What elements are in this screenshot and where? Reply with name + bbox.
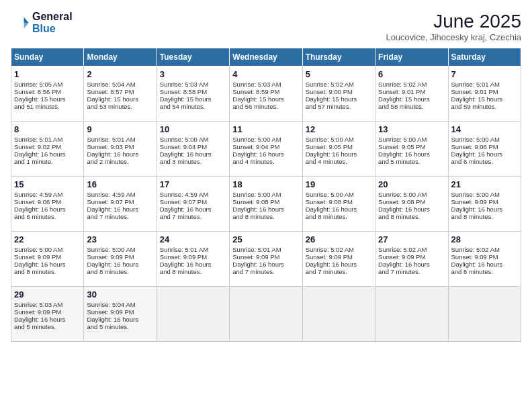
day-detail: Daylight: 16 hours [14, 150, 81, 158]
col-saturday: Saturday [448, 48, 521, 66]
day-detail: Sunrise: 5:02 AM [306, 81, 372, 88]
table-row: 13Sunrise: 5:00 AMSunset: 9:05 PMDayligh… [375, 122, 448, 177]
day-number: 15 [14, 179, 81, 189]
day-detail: and 53 minutes. [87, 103, 153, 110]
day-detail: Sunrise: 5:00 AM [451, 191, 518, 198]
day-detail: Daylight: 16 hours [378, 205, 445, 213]
day-detail: Sunrise: 5:01 AM [160, 246, 226, 253]
day-detail: Sunset: 8:58 PM [160, 88, 226, 95]
table-row: 22Sunrise: 5:00 AMSunset: 9:09 PMDayligh… [11, 232, 84, 287]
day-detail: Sunrise: 5:00 AM [451, 136, 518, 143]
day-detail: Daylight: 16 hours [87, 316, 153, 323]
table-row: 25Sunrise: 5:01 AMSunset: 9:09 PMDayligh… [230, 232, 302, 287]
day-detail: and 7 minutes. [232, 268, 299, 275]
location-subtitle: Loucovice, Jihocesky kraj, Czechia [386, 32, 521, 42]
title-area: June 2025 Loucovice, Jihocesky kraj, Cze… [386, 11, 521, 42]
day-detail: and 5 minutes. [378, 158, 445, 165]
day-detail: and 5 minutes. [87, 323, 153, 330]
day-number: 7 [451, 69, 518, 79]
table-row: 11Sunrise: 5:00 AMSunset: 9:04 PMDayligh… [230, 122, 302, 177]
day-number: 29 [14, 289, 81, 300]
table-row: 3Sunrise: 5:03 AMSunset: 8:58 PMDaylight… [157, 66, 229, 122]
day-detail: Sunrise: 5:00 AM [232, 191, 299, 198]
day-detail: Sunset: 9:09 PM [232, 253, 299, 261]
day-detail: Sunrise: 4:59 AM [87, 191, 153, 198]
day-detail: Sunset: 9:08 PM [378, 198, 445, 205]
day-number: 24 [160, 234, 226, 244]
day-detail: Sunset: 8:59 PM [232, 88, 299, 95]
day-detail: Sunrise: 5:00 AM [232, 136, 299, 143]
day-detail: Sunset: 9:09 PM [14, 253, 81, 261]
day-detail: and 8 minutes. [451, 213, 518, 220]
day-detail: Sunrise: 5:00 AM [87, 246, 153, 253]
table-row [448, 287, 521, 342]
day-detail: and 51 minutes. [14, 103, 81, 110]
month-title: June 2025 [386, 11, 521, 32]
day-detail: Daylight: 16 hours [451, 150, 518, 158]
table-row [375, 287, 448, 342]
day-detail: Daylight: 16 hours [232, 261, 299, 268]
day-number: 16 [87, 179, 153, 189]
table-row: 6Sunrise: 5:02 AMSunset: 9:01 PMDaylight… [375, 66, 448, 122]
day-detail: Sunrise: 5:04 AM [87, 81, 153, 88]
table-row: 7Sunrise: 5:01 AMSunset: 9:01 PMDaylight… [448, 66, 521, 122]
day-detail: Sunrise: 5:04 AM [87, 301, 153, 308]
svg-marker-0 [24, 17, 29, 22]
day-detail: Sunset: 9:07 PM [160, 198, 226, 205]
day-detail: Sunrise: 5:02 AM [306, 246, 372, 253]
day-detail: and 8 minutes. [232, 213, 299, 220]
day-number: 30 [87, 289, 153, 300]
day-number: 10 [160, 124, 226, 134]
day-detail: Sunset: 9:09 PM [306, 253, 372, 261]
day-detail: Sunrise: 5:00 AM [306, 191, 372, 198]
day-number: 5 [306, 69, 372, 79]
day-detail: Daylight: 15 hours [14, 95, 81, 103]
day-detail: Sunrise: 5:01 AM [451, 81, 518, 88]
day-detail: Sunset: 9:04 PM [160, 143, 226, 150]
day-detail: Sunset: 9:08 PM [306, 198, 372, 205]
day-detail: Daylight: 16 hours [87, 150, 153, 158]
day-detail: Sunrise: 5:00 AM [378, 191, 445, 198]
day-detail: Sunset: 9:09 PM [378, 253, 445, 261]
day-number: 13 [378, 124, 445, 134]
day-detail: Daylight: 16 hours [451, 261, 518, 268]
day-detail: Daylight: 16 hours [451, 205, 518, 213]
day-detail: Sunrise: 5:01 AM [14, 136, 81, 143]
day-detail: and 6 minutes. [451, 158, 518, 165]
day-number: 23 [87, 234, 153, 244]
col-friday: Friday [375, 48, 448, 66]
day-detail: Daylight: 16 hours [14, 205, 81, 213]
day-detail: Sunrise: 5:03 AM [14, 301, 81, 308]
day-detail: Sunset: 9:09 PM [451, 253, 518, 261]
logo-icon [11, 13, 30, 32]
day-number: 25 [232, 234, 299, 244]
calendar-body: 1Sunrise: 5:05 AMSunset: 8:56 PMDaylight… [11, 66, 521, 342]
day-number: 17 [160, 179, 226, 189]
day-detail: Daylight: 16 hours [378, 150, 445, 158]
day-detail: and 8 minutes. [14, 268, 81, 275]
day-detail: Sunset: 9:08 PM [232, 198, 299, 205]
day-detail: Sunrise: 5:01 AM [87, 136, 153, 143]
day-number: 26 [306, 234, 372, 244]
col-wednesday: Wednesday [230, 48, 302, 66]
day-detail: Sunset: 9:03 PM [87, 143, 153, 150]
day-detail: Sunrise: 5:05 AM [14, 81, 81, 88]
day-detail: Sunset: 9:02 PM [14, 143, 81, 150]
day-number: 21 [451, 179, 518, 189]
table-row: 19Sunrise: 5:00 AMSunset: 9:08 PMDayligh… [302, 177, 375, 232]
day-detail: Sunset: 9:09 PM [87, 308, 153, 316]
logo-text: General Blue [32, 11, 73, 34]
day-detail: Daylight: 16 hours [160, 150, 226, 158]
table-row: 9Sunrise: 5:01 AMSunset: 9:03 PMDaylight… [84, 122, 157, 177]
day-detail: Sunset: 9:00 PM [306, 88, 372, 95]
day-detail: Daylight: 16 hours [306, 261, 372, 268]
day-detail: Daylight: 16 hours [87, 205, 153, 213]
table-row: 16Sunrise: 4:59 AMSunset: 9:07 PMDayligh… [84, 177, 157, 232]
day-detail: Sunset: 8:57 PM [87, 88, 153, 95]
table-row: 12Sunrise: 5:00 AMSunset: 9:05 PMDayligh… [302, 122, 375, 177]
day-detail: Daylight: 16 hours [160, 205, 226, 213]
table-row: 24Sunrise: 5:01 AMSunset: 9:09 PMDayligh… [157, 232, 229, 287]
svg-marker-1 [24, 23, 29, 28]
day-detail: Daylight: 15 hours [160, 95, 226, 103]
page-header: General Blue June 2025 Loucovice, Jihoce… [11, 11, 521, 42]
